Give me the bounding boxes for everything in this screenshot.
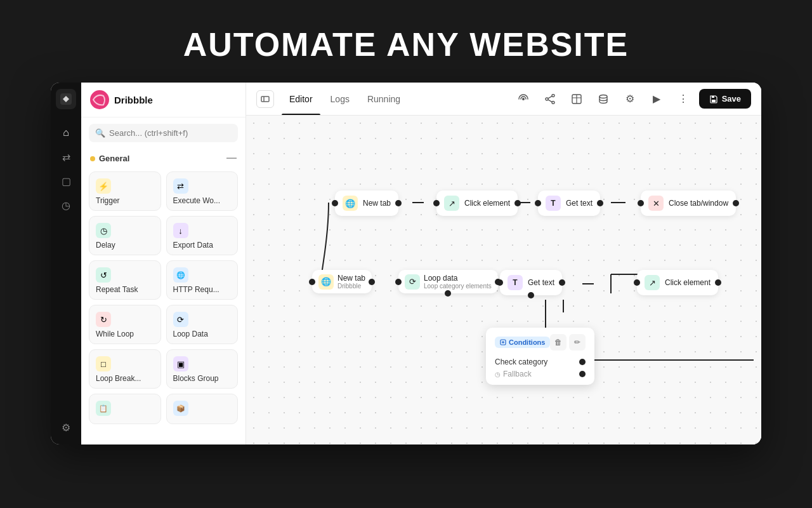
hero-title: AUTOMATE ANY WEBSITE: [0, 0, 812, 83]
block-execute-wo[interactable]: ⇄ Execute Wo...: [166, 171, 239, 211]
conditions-badge: Conditions: [495, 337, 550, 348]
app-logo: [56, 89, 76, 109]
node-click-element-1[interactable]: ↗ Click element: [436, 190, 518, 216]
node-close-tab-1-label: Close tab/window: [669, 199, 728, 208]
conditions-actions: 🗑 ✏: [550, 334, 586, 351]
block-repeat-task-label: Repeat Task: [96, 285, 138, 294]
block-while-loop[interactable]: ↻ While Loop: [89, 305, 161, 344]
table-icon-btn[interactable]: [566, 88, 587, 110]
node-get-text-2-label: Get text: [528, 278, 554, 287]
brand-logo: [90, 90, 109, 109]
block-execute-wo-label: Execute Wo...: [173, 196, 220, 205]
node-get-text-2[interactable]: T Get text: [500, 270, 562, 295]
search-input[interactable]: [109, 128, 232, 138]
block-trigger-label: Trigger: [96, 196, 120, 205]
node-close-tab-1[interactable]: ✕ Close tab/window: [641, 190, 736, 216]
left-panel: Dribbble 🔍 General — ⚡ Trigger ⇄ Execute…: [81, 83, 246, 444]
node-click-element-1-label: Click element: [464, 199, 510, 208]
node-click-element-2[interactable]: ↗ Click element: [637, 270, 718, 295]
block-blocks-group[interactable]: ▣ Blocks Group: [166, 349, 239, 389]
svg-point-13: [599, 95, 607, 98]
svg-point-6: [552, 101, 554, 104]
collapse-icon[interactable]: —: [226, 152, 237, 164]
sidebar-icons: ⌂ ⇄ ▢ ◷ ⚙: [51, 83, 81, 444]
svg-line-8: [547, 96, 551, 98]
block-repeat-task[interactable]: ↺ Repeat Task: [89, 260, 161, 300]
node-loop-data[interactable]: ⟳ Loop data Loop category elements: [398, 270, 498, 293]
svg-rect-14: [712, 100, 716, 102]
left-panel-header: Dribbble: [81, 83, 246, 117]
brand-name: Dribbble: [114, 95, 153, 105]
tab-editor[interactable]: Editor: [282, 83, 320, 115]
node-get-text-1-label: Get text: [566, 199, 593, 208]
conditions-badge-label: Conditions: [509, 338, 545, 346]
search-box[interactable]: 🔍: [89, 124, 238, 142]
share-icon-btn[interactable]: [539, 88, 561, 110]
conditions-popup: Conditions 🗑 ✏ Check category ◷ Fallback: [486, 328, 594, 385]
top-bar: Editor Logs Running ⚙ ▶ ⋮: [246, 83, 761, 116]
signal-icon-btn[interactable]: [513, 88, 534, 110]
block-trigger[interactable]: ⚡ Trigger: [89, 171, 161, 211]
svg-point-5: [552, 94, 554, 97]
save-button[interactable]: Save: [699, 89, 751, 109]
edit-condition-btn[interactable]: ✏: [569, 334, 586, 351]
block-loop-break-label: Loop Break...: [96, 374, 141, 383]
node-click-element-2-label: Click element: [665, 278, 710, 287]
svg-point-4: [522, 98, 525, 100]
tab-running[interactable]: Running: [360, 83, 408, 115]
svg-point-7: [546, 98, 548, 100]
delete-condition-btn[interactable]: 🗑: [550, 334, 566, 351]
node-new-tab-1-label: New tab: [363, 199, 391, 208]
section-header: General —: [81, 149, 246, 168]
check-category-row: Check category: [495, 356, 586, 368]
sidebar-item-workflow[interactable]: ⇄: [55, 146, 77, 168]
block-loop-data[interactable]: ⟳ Loop Data: [166, 305, 239, 344]
block-delay-label: Delay: [96, 241, 115, 250]
block-delay[interactable]: ◷ Delay: [89, 216, 161, 255]
tabs-container: Editor Logs Running: [256, 83, 408, 115]
svg-line-9: [547, 99, 551, 102]
fallback-row: ◷ Fallback: [495, 370, 586, 378]
node-loop-data-sublabel: Loop category elements: [424, 283, 492, 290]
main-content: Editor Logs Running ⚙ ▶ ⋮: [246, 83, 761, 444]
block-loop-break[interactable]: □ Loop Break...: [89, 349, 161, 389]
check-category-label: Check category: [495, 358, 547, 366]
block-while-loop-label: While Loop: [96, 330, 134, 338]
sidebar-toggle-btn[interactable]: [256, 90, 274, 108]
node-new-tab-2-sublabel: Dribbble: [337, 283, 365, 290]
node-new-tab-2[interactable]: 🌐 New tab Dribbble: [312, 270, 372, 293]
node-new-tab-2-label: New tab: [337, 274, 365, 283]
block-export-data-label: Export Data: [173, 241, 213, 250]
block-http-requ-label: HTTP Requ...: [173, 285, 219, 294]
block-loop-data-label: Loop Data: [173, 330, 208, 338]
more-icon-btn[interactable]: ⋮: [672, 88, 694, 110]
block-blocks-group-label: Blocks Group: [173, 374, 219, 383]
toolbar-actions: ⚙ ▶ ⋮ Save: [513, 88, 751, 110]
svg-rect-2: [261, 97, 269, 102]
play-icon-btn[interactable]: ▶: [646, 88, 667, 110]
node-get-text-1[interactable]: T Get text: [538, 190, 600, 216]
block-http-requ[interactable]: 🌐 HTTP Requ...: [166, 260, 239, 300]
database-icon-btn[interactable]: [593, 88, 614, 110]
node-new-tab-1[interactable]: 🌐 New tab: [335, 190, 398, 216]
canvas: songshuhezi.com: [246, 116, 761, 444]
block-copy2[interactable]: 📦: [166, 394, 239, 424]
conditions-header: Conditions 🗑 ✏: [495, 334, 586, 351]
search-icon: 🔍: [95, 128, 105, 138]
blocks-grid: ⚡ Trigger ⇄ Execute Wo... ◷ Delay ↓ Expo…: [81, 168, 246, 428]
node-loop-data-label: Loop data: [424, 274, 492, 283]
sidebar-item-folder[interactable]: ▢: [55, 170, 77, 192]
gear-icon-btn[interactable]: ⚙: [619, 88, 641, 110]
tab-logs[interactable]: Logs: [323, 83, 357, 115]
app-window: ⌂ ⇄ ▢ ◷ ⚙ Dribbble 🔍 General —: [51, 83, 761, 444]
fallback-label: Fallback: [503, 370, 532, 378]
block-export-data[interactable]: ↓ Export Data: [166, 216, 239, 255]
svg-rect-15: [712, 96, 714, 98]
sidebar-item-history[interactable]: ◷: [55, 194, 77, 216]
sidebar-item-home[interactable]: ⌂: [55, 122, 77, 144]
sidebar-item-settings[interactable]: ⚙: [55, 417, 77, 438]
block-copy1[interactable]: 📋: [89, 394, 161, 424]
